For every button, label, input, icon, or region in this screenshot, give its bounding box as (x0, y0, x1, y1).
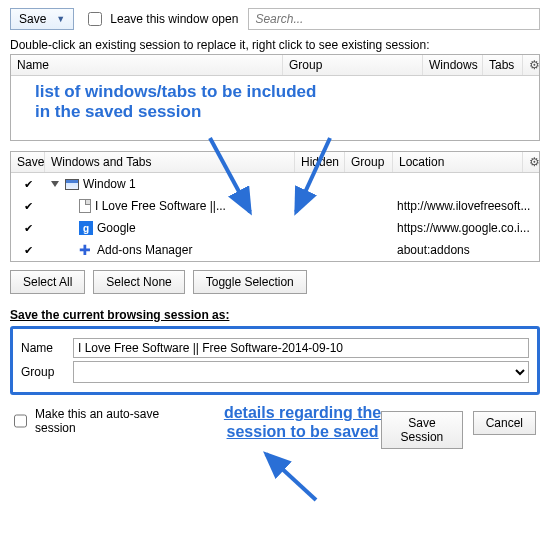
col-windows[interactable]: Windows (423, 55, 483, 75)
leave-open-checkbox[interactable] (88, 12, 102, 26)
col-hidden[interactable]: Hidden (295, 152, 345, 172)
sessions-list[interactable]: list of windows/tabs to be included in t… (11, 76, 539, 140)
sessions-panel: Name Group Windows Tabs ⚙ list of window… (10, 54, 540, 141)
col-group[interactable]: Group (283, 55, 423, 75)
row-check[interactable]: ✔ (11, 243, 45, 257)
saveas-box: Name Group (10, 326, 540, 395)
table-row[interactable]: ✔✚Add-ons Managerabout:addons (11, 239, 539, 261)
leave-open-option[interactable]: Leave this window open (84, 9, 238, 29)
col-save[interactable]: Save (11, 152, 45, 172)
row-title: ✚Add-ons Manager (45, 243, 295, 257)
saveas-title: Save the current browsing session as: (10, 308, 540, 322)
svg-line-2 (266, 454, 316, 500)
expand-icon[interactable] (51, 181, 59, 187)
annotation-details: details regarding the session to be save… (224, 403, 381, 441)
chevron-down-icon: ▼ (56, 14, 65, 24)
column-picker-icon[interactable]: ⚙ (523, 55, 539, 75)
col-location[interactable]: Location (393, 152, 523, 172)
col-wt[interactable]: Windows and Tabs (45, 152, 295, 172)
puzzle-icon: ✚ (79, 243, 93, 257)
page-icon (79, 199, 91, 213)
session-name-input[interactable] (73, 338, 529, 358)
row-check[interactable]: ✔ (11, 221, 45, 235)
google-icon: g (79, 221, 93, 235)
annotation-list: list of windows/tabs to be included in t… (35, 82, 316, 122)
details-rows: ✔Window 1✔I Love Free Software ||...http… (11, 173, 539, 261)
table-row[interactable]: ✔I Love Free Software ||...http://www.il… (11, 195, 539, 217)
group-label: Group (21, 365, 65, 379)
row-label: Window 1 (83, 177, 136, 191)
details-header: Save Windows and Tabs Hidden Group Locat… (11, 152, 539, 173)
window-icon (65, 179, 79, 190)
row-check[interactable]: ✔ (11, 177, 45, 191)
save-session-button[interactable]: Save Session (381, 411, 462, 449)
row-check[interactable]: ✔ (11, 199, 45, 213)
arrow-icon (260, 448, 330, 508)
row-location: about:addons (393, 243, 539, 257)
autosave-checkbox[interactable] (14, 414, 27, 428)
row-title: gGoogle (45, 221, 295, 235)
top-toolbar: Save ▼ Leave this window open (10, 8, 540, 30)
row-label: Google (97, 221, 136, 235)
search-input[interactable] (248, 8, 540, 30)
details-panel: Save Windows and Tabs Hidden Group Locat… (10, 151, 540, 262)
row-title: I Love Free Software ||... (45, 199, 295, 213)
name-label: Name (21, 341, 65, 355)
row-label: Add-ons Manager (97, 243, 192, 257)
save-button[interactable]: Save ▼ (10, 8, 74, 30)
row-location: http://www.ilovefreesoft... (393, 199, 539, 213)
cancel-button[interactable]: Cancel (473, 411, 536, 435)
row-location: https://www.google.co.i... (393, 221, 539, 235)
select-all-button[interactable]: Select All (10, 270, 85, 294)
select-none-button[interactable]: Select None (93, 270, 184, 294)
col-group2[interactable]: Group (345, 152, 393, 172)
autosave-option[interactable]: Make this an auto-save session (10, 407, 184, 435)
col-tabs[interactable]: Tabs (483, 55, 523, 75)
toggle-selection-button[interactable]: Toggle Selection (193, 270, 307, 294)
row-label: I Love Free Software ||... (95, 199, 226, 213)
col-name[interactable]: Name (11, 55, 283, 75)
autosave-label: Make this an auto-save session (35, 407, 184, 435)
table-row[interactable]: ✔gGooglehttps://www.google.co.i... (11, 217, 539, 239)
session-group-select[interactable] (73, 361, 529, 383)
selection-buttons: Select All Select None Toggle Selection (10, 270, 540, 294)
row-title: Window 1 (45, 177, 295, 191)
sessions-header: Name Group Windows Tabs ⚙ (11, 55, 539, 76)
sessions-hint: Double-click an existing session to repl… (10, 38, 540, 52)
leave-open-label: Leave this window open (110, 12, 238, 26)
table-row[interactable]: ✔Window 1 (11, 173, 539, 195)
save-button-label: Save (19, 12, 46, 26)
column-picker-icon[interactable]: ⚙ (523, 152, 539, 172)
